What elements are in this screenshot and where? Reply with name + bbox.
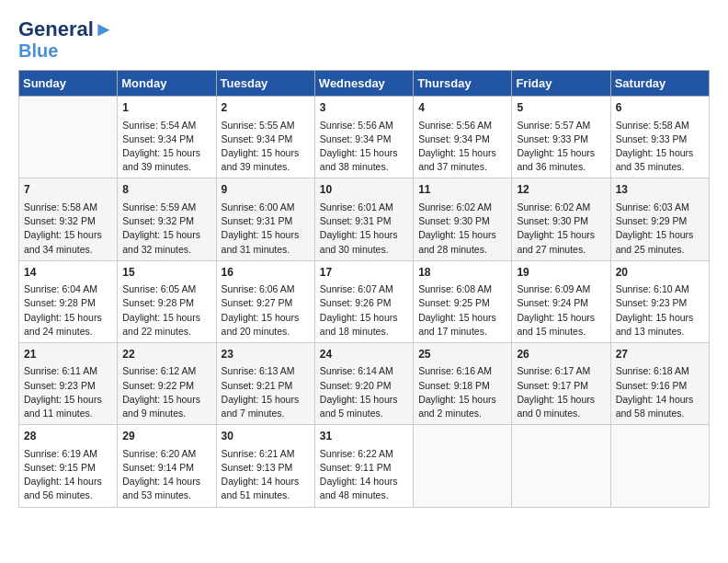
cell-content: and 32 minutes.	[122, 243, 210, 257]
cell-content: and 25 minutes.	[616, 243, 704, 257]
cell-content: Sunset: 9:26 PM	[320, 296, 408, 310]
calendar-week-row: 7Sunrise: 5:58 AMSunset: 9:32 PMDaylight…	[19, 178, 710, 260]
column-header-saturday: Saturday	[610, 71, 709, 97]
cell-content: Sunset: 9:22 PM	[122, 379, 210, 393]
cell-content: Sunset: 9:31 PM	[320, 214, 408, 228]
day-number: 9	[222, 182, 310, 198]
cell-content: Sunrise: 5:54 AM	[122, 119, 210, 132]
calendar-cell: 6Sunrise: 5:58 AMSunset: 9:33 PMDaylight…	[610, 97, 709, 178]
cell-content: Sunset: 9:30 PM	[418, 214, 506, 228]
day-number: 10	[320, 182, 408, 198]
cell-content: Daylight: 15 hours	[122, 393, 210, 407]
calendar-cell: 8Sunrise: 5:59 AMSunset: 9:32 PMDaylight…	[118, 178, 216, 260]
cell-content: and 15 minutes.	[517, 325, 605, 339]
calendar-week-row: 28Sunrise: 6:19 AMSunset: 9:15 PMDayligh…	[19, 425, 710, 507]
cell-content: Sunset: 9:28 PM	[122, 296, 210, 310]
calendar-cell	[414, 425, 512, 507]
cell-content: and 36 minutes.	[517, 160, 605, 174]
cell-content: Daylight: 14 hours	[320, 475, 408, 488]
cell-content: Daylight: 15 hours	[320, 393, 408, 407]
cell-content: Sunrise: 6:03 AM	[616, 201, 704, 214]
logo-text: General►	[18, 18, 114, 40]
calendar-cell: 7Sunrise: 5:58 AMSunset: 9:32 PMDaylight…	[19, 178, 118, 260]
day-number: 16	[222, 265, 310, 281]
cell-content: and 17 minutes.	[418, 325, 506, 339]
cell-content: Sunset: 9:25 PM	[418, 296, 506, 310]
cell-content: Daylight: 15 hours	[320, 146, 408, 160]
cell-content: Sunrise: 6:07 AM	[320, 282, 408, 296]
day-number: 21	[24, 347, 112, 362]
day-number: 11	[418, 182, 506, 198]
cell-content: Sunrise: 6:09 AM	[517, 282, 605, 296]
cell-content: Daylight: 15 hours	[320, 228, 408, 242]
cell-content: Sunset: 9:21 PM	[222, 379, 310, 393]
day-number: 5	[517, 100, 605, 116]
cell-content: and 27 minutes.	[517, 243, 605, 257]
cell-content: Sunrise: 6:22 AM	[320, 447, 408, 461]
day-number: 25	[418, 347, 506, 362]
cell-content: Sunset: 9:15 PM	[24, 461, 112, 475]
cell-content: Daylight: 15 hours	[418, 311, 506, 325]
cell-content: Sunset: 9:17 PM	[517, 379, 605, 393]
cell-content: and 39 minutes.	[222, 160, 310, 174]
column-header-tuesday: Tuesday	[216, 71, 314, 97]
page-header: General► Blue	[18, 18, 710, 61]
calendar-cell: 26Sunrise: 6:17 AMSunset: 9:17 PMDayligh…	[512, 342, 610, 424]
day-number: 7	[24, 182, 112, 198]
day-number: 15	[122, 265, 210, 281]
cell-content: Daylight: 15 hours	[222, 393, 310, 407]
cell-content: Sunset: 9:23 PM	[24, 379, 112, 393]
calendar-cell: 23Sunrise: 6:13 AMSunset: 9:21 PMDayligh…	[216, 342, 314, 424]
calendar-cell: 21Sunrise: 6:11 AMSunset: 9:23 PMDayligh…	[19, 342, 118, 424]
calendar-cell: 20Sunrise: 6:10 AMSunset: 9:23 PMDayligh…	[610, 260, 709, 342]
day-number: 20	[616, 265, 704, 281]
calendar-cell: 28Sunrise: 6:19 AMSunset: 9:15 PMDayligh…	[19, 425, 118, 507]
calendar-cell: 13Sunrise: 6:03 AMSunset: 9:29 PMDayligh…	[610, 178, 709, 260]
cell-content: Sunrise: 5:55 AM	[222, 119, 310, 132]
column-header-monday: Monday	[118, 71, 216, 97]
cell-content: Daylight: 15 hours	[616, 311, 704, 325]
cell-content: and 34 minutes.	[24, 243, 112, 257]
cell-content: Sunrise: 5:56 AM	[418, 119, 506, 132]
cell-content: Sunrise: 6:20 AM	[122, 447, 210, 461]
cell-content: Daylight: 15 hours	[320, 311, 408, 325]
calendar-cell: 29Sunrise: 6:20 AMSunset: 9:14 PMDayligh…	[118, 425, 216, 507]
cell-content: Sunset: 9:16 PM	[616, 379, 704, 393]
calendar-week-row: 1Sunrise: 5:54 AMSunset: 9:34 PMDaylight…	[19, 97, 710, 178]
cell-content: and 18 minutes.	[320, 325, 408, 339]
cell-content: Sunset: 9:24 PM	[517, 296, 605, 310]
day-number: 6	[616, 100, 704, 116]
day-number: 26	[517, 347, 605, 362]
day-number: 31	[320, 429, 408, 444]
day-number: 2	[222, 100, 310, 116]
day-number: 24	[320, 347, 408, 362]
cell-content: Sunrise: 6:05 AM	[122, 282, 210, 296]
day-number: 18	[418, 265, 506, 281]
cell-content: Sunset: 9:18 PM	[418, 379, 506, 393]
cell-content: and 51 minutes.	[222, 488, 310, 502]
logo-subtext: Blue	[18, 40, 114, 61]
cell-content: Daylight: 15 hours	[517, 228, 605, 242]
calendar-cell: 2Sunrise: 5:55 AMSunset: 9:34 PMDaylight…	[216, 97, 314, 178]
cell-content: and 28 minutes.	[418, 243, 506, 257]
cell-content: and 37 minutes.	[418, 160, 506, 174]
cell-content: Sunrise: 6:06 AM	[222, 282, 310, 296]
cell-content: Daylight: 14 hours	[616, 393, 704, 407]
cell-content: Sunset: 9:34 PM	[122, 132, 210, 146]
day-number: 13	[616, 182, 704, 198]
cell-content: Sunrise: 5:56 AM	[320, 119, 408, 132]
calendar-cell: 22Sunrise: 6:12 AMSunset: 9:22 PMDayligh…	[118, 342, 216, 424]
logo: General► Blue	[18, 18, 114, 61]
day-number: 28	[24, 429, 112, 444]
day-number: 12	[517, 182, 605, 198]
calendar-cell: 12Sunrise: 6:02 AMSunset: 9:30 PMDayligh…	[512, 178, 610, 260]
cell-content: Sunrise: 6:04 AM	[24, 282, 112, 296]
cell-content: Sunrise: 6:12 AM	[122, 364, 210, 378]
calendar-cell	[19, 97, 118, 178]
cell-content: Sunrise: 6:19 AM	[24, 447, 112, 461]
day-number: 17	[320, 265, 408, 281]
day-number: 1	[122, 100, 210, 116]
day-number: 23	[222, 347, 310, 362]
calendar-header-row: SundayMondayTuesdayWednesdayThursdayFrid…	[19, 71, 710, 97]
column-header-sunday: Sunday	[19, 71, 118, 97]
